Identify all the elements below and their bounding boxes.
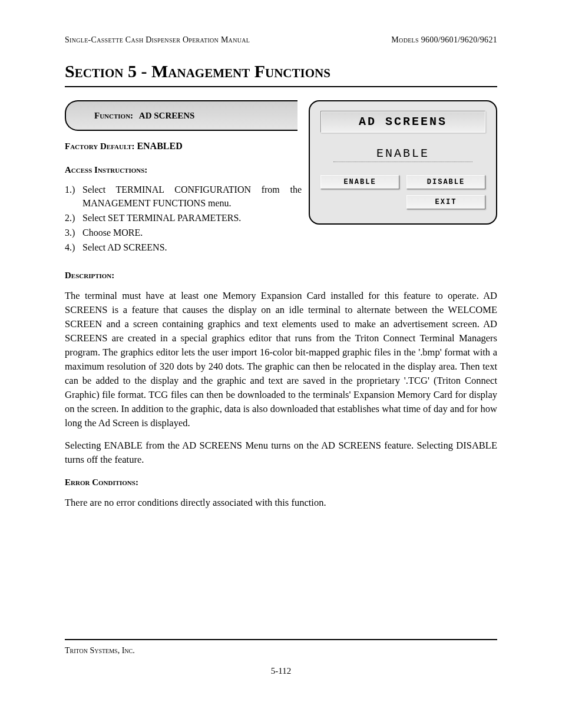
access-steps: 1.)Select TERMINAL CONFIGURATION from th… <box>65 183 497 255</box>
screen-status: ENABLE <box>333 147 472 162</box>
factory-default-label: Factory Default: <box>65 141 135 151</box>
step-4: 4.)Select AD SCREENS. <box>65 241 497 254</box>
function-bar: Function: AD SCREENS <box>65 100 297 131</box>
screen-title: AD SCREENS <box>320 111 485 133</box>
header-right: Models 9600/9601/9620/9621 <box>391 35 497 45</box>
page-number: 5-112 <box>65 666 497 676</box>
step-1: 1.)Select TERMINAL CONFIGURATION from th… <box>65 183 497 210</box>
description-label: Description: <box>65 271 497 281</box>
running-head: Single-Cassette Cash Dispenser Operation… <box>65 35 497 45</box>
errors-text: There are no error conditions directly a… <box>65 496 497 510</box>
title-rule <box>65 86 497 87</box>
function-name: AD SCREENS <box>139 111 195 121</box>
step-3: 3.)Choose MORE. <box>65 226 497 239</box>
step-2: 2.)Select SET TERMINAL PARAMETERS. <box>65 211 497 225</box>
footer-company: Triton Systems, Inc. <box>65 646 497 655</box>
errors-label: Error Conditions: <box>65 477 497 487</box>
description-p1: The terminal must have at least one Memo… <box>65 289 497 430</box>
footer-rule <box>65 639 497 640</box>
factory-default-value: ENABLED <box>137 141 182 151</box>
header-left: Single-Cassette Cash Dispenser Operation… <box>65 35 250 45</box>
section-title: Section 5 - Management Functions <box>65 61 497 81</box>
function-label: Function: <box>94 111 133 121</box>
description-p2: Selecting ENABLE from the AD SCREENS Men… <box>65 439 497 467</box>
